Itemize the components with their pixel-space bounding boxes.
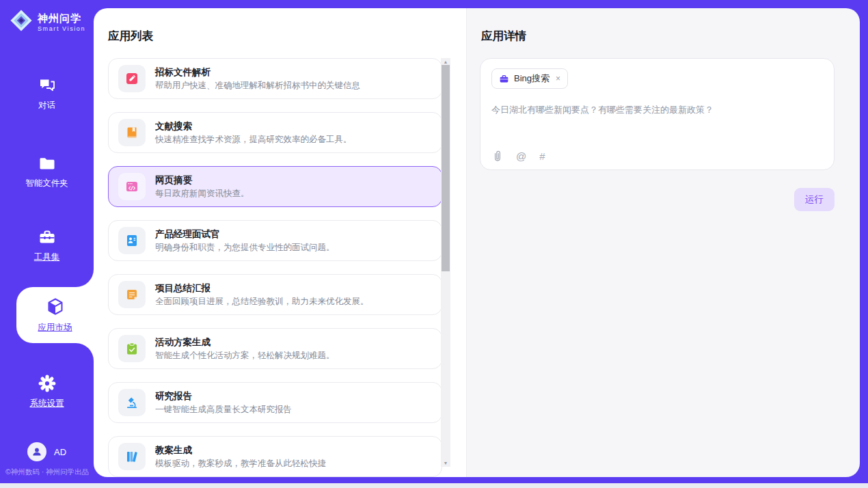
tool-tag-bing-search[interactable]: Bing搜索 × [491, 68, 568, 89]
folder-icon [38, 154, 57, 173]
book-icon [118, 119, 146, 146]
app-card-title: 教案生成 [155, 444, 326, 456]
sidebar-item-label: 工具集 [34, 252, 60, 263]
app-card-title: 招标文件解析 [155, 66, 360, 78]
app-card-desc: 智能生成个性化活动方案，轻松解决规划难题。 [155, 350, 335, 362]
app-logo: 神州问学 Smart Vision [10, 9, 85, 35]
app-list-panel: 应用列表 招标文件解析帮助用户快速、准确地理解和解析招标书中的关键信息文献搜索快… [94, 8, 467, 477]
clipboard-check-icon [118, 335, 146, 362]
sidebar-footer: ©神州数码 · 神州问学出品 [5, 467, 89, 477]
app-card[interactable]: 教案生成模板驱动，教案秒成，教学准备从此轻松快捷 [108, 436, 442, 477]
app-card-list: 招标文件解析帮助用户快速、准确地理解和解析招标书中的关键信息文献搜索快速精准查找… [108, 58, 442, 477]
app-card-title: 研究报告 [155, 390, 292, 402]
sidebar-item-settings[interactable]: 系统设置 [0, 368, 94, 416]
app-card-text: 项目总结汇报全面回顾项目进展，总结经验教训，助力未来优化发展。 [155, 282, 369, 308]
app-card-text: 教案生成模板驱动，教案秒成，教学准备从此轻松快捷 [155, 444, 326, 470]
app-card-text: 文献搜索快速精准查找学术资源，提高研究效率的必备工具。 [155, 120, 352, 146]
sidebar-item-tools[interactable]: 工具集 [0, 221, 94, 269]
scroll-down-icon[interactable]: ▼ [441, 460, 450, 466]
app-card-desc: 一键智能生成高质量长文本研究报告 [155, 404, 292, 416]
app-card[interactable]: 活动方案生成智能生成个性化活动方案，轻松解决规划难题。 [108, 328, 442, 369]
app-card-text: 产品经理面试官明确身份和职责，为您提供专业性的面试问题。 [155, 228, 335, 254]
hash-icon[interactable]: # [539, 150, 545, 162]
scroll-up-icon[interactable]: ▲ [441, 59, 450, 65]
scrollbar[interactable]: ▲ ▼ [441, 58, 450, 467]
app-card-desc: 明确身份和职责，为您提供专业性的面试问题。 [155, 242, 335, 254]
books-icon [118, 443, 146, 470]
app-card-desc: 帮助用户快速、准确地理解和解析招标书中的关键信息 [155, 80, 360, 92]
sidebar-item-label: 应用市场 [38, 322, 72, 334]
app-card-title: 产品经理面试官 [155, 228, 335, 240]
scrollbar-thumb[interactable] [442, 65, 450, 271]
app-detail-title: 应用详情 [481, 29, 526, 44]
app-card-title: 项目总结汇报 [155, 282, 369, 294]
gear-icon [38, 374, 57, 393]
main-content: 应用列表 招标文件解析帮助用户快速、准确地理解和解析招标书中的关键信息文献搜索快… [94, 8, 860, 477]
app-card[interactable]: 文献搜索快速精准查找学术资源，提高研究效率的必备工具。 [108, 112, 442, 153]
app-card-title: 网页摘要 [155, 174, 249, 186]
composer-toolbar: @# [492, 150, 545, 162]
app-card-title: 活动方案生成 [155, 336, 335, 348]
app-card-desc: 模板驱动，教案秒成，教学准备从此轻松快捷 [155, 458, 326, 470]
app-card[interactable]: 招标文件解析帮助用户快速、准确地理解和解析招标书中的关键信息 [108, 58, 442, 99]
run-row: 运行 [480, 188, 835, 211]
cube-icon [45, 297, 66, 317]
app-list-title: 应用列表 [108, 29, 153, 44]
sidebar-item-label: 智能文件夹 [25, 178, 68, 189]
app-card[interactable]: 项目总结汇报全面回顾项目进展，总结经验教训，助力未来优化发展。 [108, 274, 442, 315]
app-card[interactable]: 网页摘要每日政府新闻资讯快查。 [108, 166, 442, 207]
run-button[interactable]: 运行 [794, 188, 835, 211]
app-card-text: 研究报告一键智能生成高质量长文本研究报告 [155, 390, 292, 416]
browser-code-icon [118, 173, 146, 200]
mention-icon[interactable]: @ [516, 150, 526, 162]
chat-icon [38, 76, 57, 95]
sidebar-item-label: 系统设置 [30, 398, 64, 409]
sidebar: 神州问学 Smart Vision 对话智能文件夹工具集应用市场系统设置 AD … [0, 0, 94, 483]
user-name: AD [54, 447, 66, 457]
paperclip-icon[interactable] [492, 150, 503, 162]
app-card[interactable]: 产品经理面试官明确身份和职责，为您提供专业性的面试问题。 [108, 220, 442, 261]
gem-logo-icon [10, 9, 33, 35]
sidebar-item-app-market[interactable]: 应用市场 [16, 287, 94, 343]
briefcase-icon [499, 74, 509, 84]
document-edit-icon [118, 65, 146, 92]
microscope-icon [118, 389, 146, 416]
app-subtitle: Smart Vision [38, 25, 85, 32]
toolbox-icon [38, 228, 57, 247]
tool-tag-label: Bing搜索 [514, 72, 550, 85]
app-card-desc: 每日政府新闻资讯快查。 [155, 188, 249, 200]
sidebar-item-chat[interactable]: 对话 [0, 70, 94, 118]
avatar[interactable] [27, 442, 46, 461]
window-bottom-edge [0, 483, 868, 488]
note-icon [118, 281, 146, 308]
sidebar-item-label: 对话 [38, 100, 55, 111]
prompt-input[interactable]: 今日湖北有哪些新闻要点？有哪些需要关注的最新政策？ [491, 104, 823, 116]
app-card[interactable]: 研究报告一键智能生成高质量长文本研究报告 [108, 382, 442, 423]
interview-icon [118, 227, 146, 254]
active-tab-curve-top [76, 269, 94, 287]
prompt-card: Bing搜索 × 今日湖北有哪些新闻要点？有哪些需要关注的最新政策？ @# [480, 58, 835, 170]
app-detail-panel: 应用详情 Bing搜索 × 今日湖北有哪些新闻要点？有哪些需要关注的最新政策？ … [467, 8, 860, 477]
close-icon[interactable]: × [556, 74, 560, 83]
app-window: 神州问学 Smart Vision 对话智能文件夹工具集应用市场系统设置 AD … [0, 0, 868, 488]
app-card-title: 文献搜索 [155, 120, 352, 132]
app-card-text: 网页摘要每日政府新闻资讯快查。 [155, 174, 249, 200]
active-tab-curve-bottom [76, 343, 94, 361]
app-card-desc: 全面回顾项目进展，总结经验教训，助力未来优化发展。 [155, 296, 369, 308]
sidebar-item-folders[interactable]: 智能文件夹 [0, 148, 94, 195]
app-card-text: 活动方案生成智能生成个性化活动方案，轻松解决规划难题。 [155, 336, 335, 362]
app-card-text: 招标文件解析帮助用户快速、准确地理解和解析招标书中的关键信息 [155, 66, 360, 92]
app-title: 神州问学 [38, 12, 85, 24]
app-card-desc: 快速精准查找学术资源，提高研究效率的必备工具。 [155, 134, 352, 146]
user-row: AD [0, 442, 94, 461]
